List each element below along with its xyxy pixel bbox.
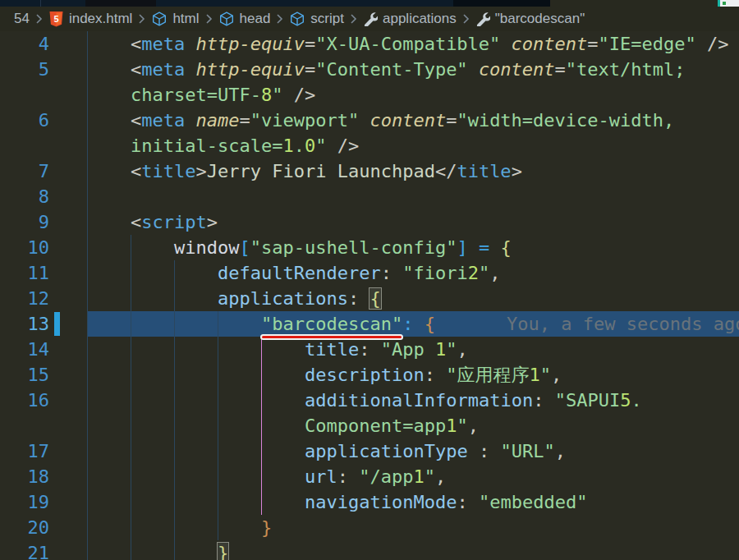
code-text: applications: { [87,286,381,311]
token: content [512,34,588,54]
git-modified-marker[interactable] [54,312,60,336]
line-number[interactable]: 5 [0,57,49,82]
line-number[interactable]: 21 [0,540,49,560]
token: , [457,339,467,360]
token: , [489,263,500,283]
token: < [131,110,141,131]
code-line-wrap[interactable]: charset=UTF-8" /> [0,82,739,108]
line-number[interactable]: 14 [0,337,49,362]
line-number[interactable]: 7 [0,158,49,184]
line-number[interactable]: 4 [0,31,49,57]
breadcrumb-item-script[interactable]: script [289,11,344,27]
token: : [359,339,381,360]
line-number[interactable]: 8 [0,184,49,209]
code-line-10[interactable]: 10window["sap-ushell-config"] = { [0,235,739,260]
token: : [381,263,403,283]
code-line-14[interactable]: 14title: "App 1", [0,337,739,362]
token: = [305,59,315,80]
token: = [587,34,598,54]
breadcrumb-item-54[interactable]: 54 [14,11,30,27]
line-number[interactable]: 17 [0,438,49,464]
code-line-9[interactable]: 9<script> [0,209,739,235]
breadcrumb-label: 54 [14,11,30,27]
token: charset=UTF- [131,85,261,105]
token: < [131,59,141,80]
code-editor[interactable]: 4<meta http-equiv="X-UA-Compatible" cont… [0,31,739,560]
token: "App [381,339,435,360]
code-line-4[interactable]: 4<meta http-equiv="X-UA-Compatible" cont… [0,31,739,57]
token: = [239,110,250,131]
token: 1 [282,135,293,156]
token: navigationMode [305,492,457,512]
line-number[interactable]: 15 [0,362,49,388]
code-line-19[interactable]: 19navigationMode: "embedded" [0,489,739,515]
token: , [435,466,446,487]
code-line-20[interactable]: 20} [0,515,739,540]
line-number[interactable]: 12 [0,286,49,311]
code-line-5[interactable]: 5<meta http-equiv="Content-Type" content… [0,57,739,82]
token: content [370,110,446,131]
code-line-17[interactable]: 17applicationType : "URL", [0,438,739,464]
token: Jerry Fiori Launchpad [207,161,435,181]
token: " [272,85,282,105]
chevron-right-icon [205,12,213,25]
token: defaultRenderer [218,263,381,283]
code-text: navigationMode: "embedded" [87,489,587,515]
breadcrumb-item-head[interactable]: head [218,11,271,27]
line-number[interactable]: 11 [0,260,49,286]
code-text: <meta name="viewport" content="width=dev… [87,108,674,133]
token: </ [435,161,457,181]
strip-segment [41,0,85,7]
code-line-6[interactable]: 6<meta name="viewport" content="width=de… [0,108,739,133]
code-line-12[interactable]: 12applications: { [0,286,739,311]
token: http-equiv [195,34,304,54]
token: 0 [305,135,315,156]
line-number[interactable]: 13 [0,311,49,337]
line-number[interactable]: 10 [0,235,49,260]
token: " [540,365,551,385]
code-line-8[interactable]: 8 [0,184,739,209]
line-number[interactable]: 18 [0,464,49,489]
code-line-wrap[interactable]: initial-scale=1.0" /> [0,133,739,158]
code-line-18[interactable]: 18url: "/app1", [0,464,739,489]
token: Component=app [305,415,446,436]
code-line-11[interactable]: 11defaultRenderer: "fiori2", [0,260,739,286]
code-line-wrap[interactable]: Component=app1", [0,413,739,438]
token: " [457,415,467,436]
breadcrumb-item-index-html[interactable]: 5index.html [48,11,132,28]
chevron-right-icon [138,12,145,25]
wrench-icon [363,11,378,26]
code-line-13[interactable]: 13"barcodescan": {You, a few seconds ago [0,311,739,337]
line-number[interactable]: 20 [0,515,49,540]
code-line-16[interactable]: 16additionalInformation: "SAPUI5. [0,388,739,413]
code-line-7[interactable]: 7<title>Jerry Fiori Launchpad</title> [0,158,739,184]
breadcrumb-item-barcodescan[interactable]: "barcodescan" [475,11,585,27]
token: 2 [468,263,479,283]
code-text: Component=app1", [87,413,479,438]
code-line-21[interactable]: 21} [0,540,739,560]
token: : [468,441,501,461]
token: : [337,466,360,487]
token [185,34,195,54]
token: 5 [620,390,631,411]
line-number[interactable]: 9 [0,209,49,235]
code-text: additionalInformation: "SAPUI5. [87,388,642,413]
breadcrumb-item-html[interactable]: html [151,11,199,27]
line-number[interactable]: 16 [0,388,49,413]
line-number[interactable]: 6 [0,108,49,133]
token: = [555,59,566,80]
token: meta [141,34,185,54]
code-text: applicationType : "URL", [87,438,566,464]
code-text: } [87,540,228,560]
token: /> [707,34,729,54]
token: > [207,212,218,232]
line-number[interactable]: 19 [0,489,49,515]
token: http-equiv [195,59,304,80]
breadcrumb: 545index.htmlhtmlheadscriptapplications"… [0,7,739,31]
token: = [446,110,457,131]
token: additionalInformation [305,390,533,411]
code-text: <meta http-equiv="Content-Type" content=… [87,57,686,82]
code-line-15[interactable]: 15description: "应用程序1", [0,362,739,388]
token [326,135,337,156]
breadcrumb-item-applications[interactable]: applications [363,11,457,27]
